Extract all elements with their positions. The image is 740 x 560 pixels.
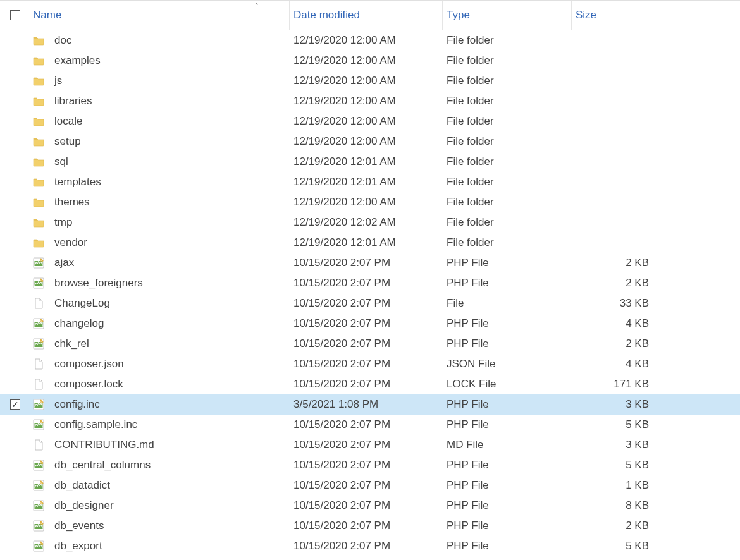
cell-size: 4 KB [572,358,655,370]
file-name: vendor [54,236,87,249]
folder-icon [33,55,44,66]
file-row[interactable]: browse_foreigners10/15/2020 2:07 PMPHP F… [0,273,740,293]
cell-name[interactable]: changelog [30,317,290,330]
file-row[interactable]: locale12/19/2020 12:00 AMFile folder [0,111,740,131]
cell-name[interactable]: locale [30,115,290,128]
file-name: ChangeLog [54,297,110,310]
cell-type: PHP File [443,479,572,492]
column-label: Size [576,9,596,21]
cell-size: 2 KB [572,277,655,289]
cell-date: 10/15/2020 2:07 PM [290,479,443,492]
cell-type: File folder [443,155,572,168]
cell-name[interactable]: examples [30,54,290,67]
php-file-icon [33,419,44,430]
folder-icon [33,217,44,228]
column-header-size[interactable]: Size [572,1,655,30]
folder-icon [33,116,44,127]
cell-date: 12/19/2020 12:00 AM [290,115,443,128]
file-row[interactable]: templates12/19/2020 12:01 AMFile folder [0,172,740,192]
file-row[interactable]: changelog10/15/2020 2:07 PMPHP File4 KB [0,313,740,334]
file-row[interactable]: db_designer10/15/2020 2:07 PMPHP File8 K… [0,496,740,516]
file-row[interactable]: setup12/19/2020 12:00 AMFile folder [0,131,740,152]
column-header-name[interactable]: Name ˄ [30,1,290,30]
folder-icon [33,176,44,188]
file-row[interactable]: db_events10/15/2020 2:07 PMPHP File2 KB [0,516,740,536]
file-row[interactable]: doc12/19/2020 12:00 AMFile folder [0,30,740,51]
cell-size: 5 KB [572,540,655,552]
cell-type: File folder [443,176,572,188]
cell-date: 10/15/2020 2:07 PM [290,540,443,552]
file-name: db_central_columns [54,459,151,472]
cell-name[interactable]: browse_foreigners [30,277,290,289]
cell-name[interactable]: themes [30,196,290,209]
folder-icon [33,197,44,208]
file-row[interactable]: themes12/19/2020 12:00 AMFile folder [0,192,740,212]
cell-size: 33 KB [572,297,655,310]
cell-name[interactable]: tmp [30,216,290,229]
cell-name[interactable]: db_export [30,540,290,552]
cell-type: File folder [443,135,572,148]
file-row[interactable]: composer.json10/15/2020 2:07 PMJSON File… [0,354,740,374]
cell-name[interactable]: js [30,75,290,87]
column-header-date[interactable]: Date modified [290,1,443,30]
cell-size: 171 KB [572,378,655,391]
file-row[interactable]: db_export10/15/2020 2:07 PMPHP File5 KB [0,536,740,556]
file-row[interactable]: db_datadict10/15/2020 2:07 PMPHP File1 K… [0,475,740,496]
file-name: CONTRIBUTING.md [54,439,154,451]
cell-name[interactable]: setup [30,135,290,148]
file-row[interactable]: libraries12/19/2020 12:00 AMFile folder [0,91,740,111]
file-row[interactable]: ChangeLog10/15/2020 2:07 PMFile33 KB [0,293,740,313]
cell-name[interactable]: libraries [30,95,290,107]
folder-icon [33,35,44,46]
file-row[interactable]: CONTRIBUTING.md10/15/2020 2:07 PMMD File… [0,435,740,455]
cell-name[interactable]: db_central_columns [30,459,290,472]
cell-size: 5 KB [572,459,655,472]
file-row[interactable]: config.inc3/5/2021 1:08 PMPHP File3 KB [0,394,740,415]
cell-type: MD File [443,439,572,451]
row-checkbox[interactable] [10,399,20,410]
cell-name[interactable]: templates [30,176,290,188]
cell-name[interactable]: doc [30,34,290,47]
file-row[interactable]: composer.lock10/15/2020 2:07 PMLOCK File… [0,374,740,394]
file-name: config.inc [54,398,100,411]
cell-name[interactable]: sql [30,155,290,168]
file-row[interactable]: vendor12/19/2020 12:01 AMFile folder [0,233,740,253]
cell-date: 10/15/2020 2:07 PM [290,358,443,370]
file-icon [33,298,44,309]
cell-type: File [443,297,572,310]
cell-date: 10/15/2020 2:07 PM [290,378,443,391]
file-name: db_export [54,540,102,552]
cell-name[interactable]: config.inc [30,398,290,411]
cell-date: 10/15/2020 2:07 PM [290,297,443,310]
select-all-checkbox[interactable] [10,10,20,20]
cell-date: 10/15/2020 2:07 PM [290,418,443,431]
row-checkbox-cell[interactable] [0,399,30,410]
file-icon [33,379,44,390]
file-row[interactable]: db_central_columns10/15/2020 2:07 PMPHP … [0,455,740,475]
cell-type: PHP File [443,338,572,350]
cell-name[interactable]: db_designer [30,499,290,512]
cell-name[interactable]: db_events [30,520,290,532]
file-row[interactable]: sql12/19/2020 12:01 AMFile folder [0,152,740,172]
file-row[interactable]: examples12/19/2020 12:00 AMFile folder [0,51,740,71]
cell-name[interactable]: ChangeLog [30,297,290,310]
file-row[interactable]: chk_rel10/15/2020 2:07 PMPHP File2 KB [0,334,740,354]
file-row[interactable]: config.sample.inc10/15/2020 2:07 PMPHP F… [0,415,740,435]
cell-name[interactable]: composer.lock [30,378,290,391]
cell-type: File folder [443,236,572,249]
cell-date: 10/15/2020 2:07 PM [290,277,443,289]
file-row[interactable]: js12/19/2020 12:00 AMFile folder [0,71,740,91]
file-row[interactable]: ajax10/15/2020 2:07 PMPHP File2 KB [0,253,740,273]
select-all-cell[interactable] [0,1,30,30]
cell-name[interactable]: vendor [30,236,290,249]
cell-name[interactable]: config.sample.inc [30,418,290,431]
cell-name[interactable]: ajax [30,257,290,269]
file-name: examples [54,54,101,67]
php-file-icon [33,500,44,511]
column-header-type[interactable]: Type [443,1,572,30]
cell-name[interactable]: CONTRIBUTING.md [30,439,290,451]
file-row[interactable]: tmp12/19/2020 12:02 AMFile folder [0,212,740,233]
cell-name[interactable]: composer.json [30,358,290,370]
cell-name[interactable]: db_datadict [30,479,290,492]
cell-name[interactable]: chk_rel [30,338,290,350]
